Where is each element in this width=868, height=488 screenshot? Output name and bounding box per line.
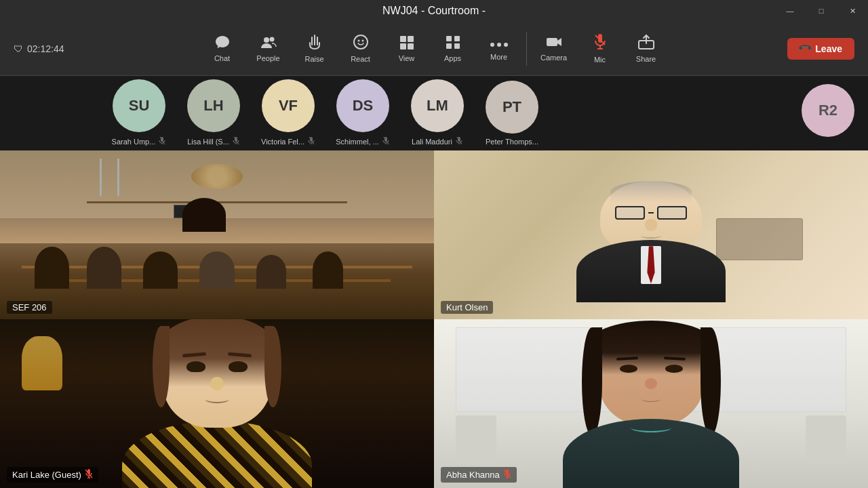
- avatar-name: Lisa Hill (S...: [187, 136, 240, 147]
- apps-label: Apps: [444, 54, 461, 62]
- timer-value: 02:12:44: [27, 43, 64, 54]
- avatar-initials: VF: [279, 97, 298, 115]
- leave-button[interactable]: 📞 Leave: [787, 38, 854, 60]
- kari-label: Kari Lake (Guest): [7, 467, 98, 483]
- avatar-initials: SU: [129, 97, 150, 115]
- svg-point-0: [264, 37, 269, 43]
- avatar-circle: VF: [262, 79, 315, 132]
- shield-icon: 🛡: [14, 43, 23, 54]
- avatar-initials: LH: [203, 97, 223, 115]
- react-button[interactable]: React: [339, 26, 382, 72]
- react-label: React: [351, 55, 370, 63]
- people-label: People: [256, 54, 279, 62]
- mic-button[interactable]: Mic: [578, 26, 622, 72]
- mute-icon: [158, 136, 166, 147]
- video-cell-abha: Abha Khanna: [434, 319, 868, 488]
- toolbar-separator: [526, 32, 527, 66]
- avatar-circle: DS: [336, 79, 389, 132]
- maximize-button[interactable]: □: [806, 0, 837, 22]
- share-label: Share: [636, 55, 656, 63]
- svg-rect-5: [400, 36, 406, 42]
- mute-icon: [382, 136, 390, 147]
- raise-label: Raise: [304, 55, 323, 63]
- more-button[interactable]: More: [477, 26, 521, 72]
- remote-avatar: R2: [802, 84, 854, 137]
- svg-rect-16: [547, 38, 557, 46]
- camera-button[interactable]: Camera: [532, 26, 576, 72]
- kari-mic-icon: [85, 468, 93, 481]
- leave-label: Leave: [815, 43, 842, 54]
- minimize-button[interactable]: —: [774, 0, 806, 22]
- video-cell-courtroom: SEF 206: [0, 150, 434, 319]
- view-icon: [399, 35, 415, 52]
- close-button[interactable]: ✕: [837, 0, 868, 22]
- mute-icon: [232, 136, 240, 147]
- chat-icon: [214, 35, 231, 52]
- avatar-name: Victoria Fel...: [261, 136, 315, 147]
- participant-5: PT Peter Thomps...: [481, 81, 542, 146]
- abha-mic-icon: [503, 468, 511, 481]
- courtroom-label: SEF 206: [7, 301, 52, 314]
- svg-point-14: [497, 43, 501, 47]
- toolbar: 🛡 02:12:44 Chat People: [0, 22, 868, 76]
- more-icon: [490, 37, 509, 50]
- avatar-initials: PT: [502, 98, 521, 116]
- svg-rect-10: [454, 36, 460, 41]
- remote-initials: R2: [818, 102, 837, 119]
- avatar-name: Sarah Ump...: [112, 136, 167, 147]
- svg-rect-6: [408, 36, 414, 42]
- avatar-name: Peter Thomps...: [486, 138, 538, 146]
- participant-2: VF Victoria Fel...: [258, 79, 319, 147]
- camera-label: Camera: [540, 54, 567, 62]
- avatar-circle: LH: [187, 79, 240, 132]
- title-bar: NWJ04 - Courtroom - — □ ✕: [0, 0, 868, 22]
- people-icon: [260, 35, 277, 52]
- svg-point-3: [357, 40, 359, 42]
- camera-icon: [545, 35, 563, 51]
- avatar-circle: LM: [411, 79, 464, 132]
- participants-bar: SU Sarah Ump... LH Lisa Hill (S...: [0, 76, 868, 150]
- kurt-label: Kurt Olsen: [441, 301, 493, 314]
- avatar-initials: LM: [427, 97, 448, 115]
- phone-icon: 📞: [797, 41, 813, 56]
- chat-button[interactable]: Chat: [201, 26, 244, 72]
- apps-button[interactable]: Apps: [431, 26, 475, 72]
- svg-rect-9: [446, 36, 452, 41]
- video-cell-kari: Kari Lake (Guest): [0, 319, 434, 488]
- svg-rect-12: [454, 43, 460, 49]
- svg-point-15: [504, 43, 508, 47]
- chat-label: Chat: [214, 54, 230, 62]
- apps-icon: [445, 35, 461, 52]
- abha-label: Abha Khanna: [441, 467, 517, 483]
- raise-icon: [307, 34, 322, 52]
- share-button[interactable]: Share: [625, 26, 668, 72]
- participant-4: LM Lali Madduri: [407, 79, 468, 147]
- view-button[interactable]: View: [385, 26, 429, 72]
- avatar-name: Lali Madduri: [412, 136, 463, 147]
- svg-rect-7: [400, 43, 406, 49]
- svg-point-13: [490, 43, 494, 47]
- view-label: View: [399, 54, 415, 62]
- avatar-circle: SU: [113, 79, 165, 132]
- participant-1: LH Lisa Hill (S...: [183, 79, 244, 147]
- avatar-circle: PT: [486, 81, 538, 134]
- participant-0: SU Sarah Ump...: [108, 79, 170, 147]
- raise-button[interactable]: Raise: [293, 26, 336, 72]
- svg-point-1: [269, 37, 274, 42]
- svg-rect-11: [446, 43, 452, 49]
- svg-point-4: [361, 40, 363, 42]
- mic-icon: [593, 33, 607, 53]
- video-grid: SEF 206: [0, 150, 868, 488]
- mic-label: Mic: [594, 56, 606, 64]
- mute-icon: [307, 136, 315, 147]
- courtroom-scene: [0, 150, 434, 319]
- mute-icon: [455, 136, 463, 147]
- toolbar-buttons: Chat People Raise: [201, 26, 668, 72]
- more-label: More: [490, 53, 507, 61]
- people-button[interactable]: People: [247, 26, 290, 72]
- share-icon: [637, 34, 655, 52]
- participant-3: DS Schimmel, ...: [332, 79, 393, 147]
- avatar-initials: DS: [353, 97, 374, 115]
- svg-point-2: [354, 35, 368, 49]
- window-controls: — □ ✕: [774, 0, 868, 22]
